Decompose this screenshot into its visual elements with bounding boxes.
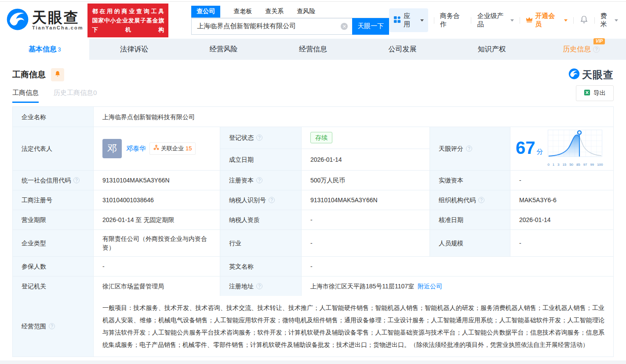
- notifications-bell[interactable]: [579, 15, 589, 25]
- search-tab-1[interactable]: 查公司: [191, 6, 220, 18]
- field-label: 参保人数: [13, 257, 94, 276]
- table-row: 登记机关徐汇区市场监督管理局注册地址?上海市徐汇区天平路185号11层1107室…: [13, 277, 613, 296]
- field-label: 登记机关: [13, 277, 94, 296]
- nav-tab[interactable]: 基本信息3: [0, 39, 89, 60]
- divider: [520, 17, 520, 24]
- field-value: -: [510, 230, 613, 256]
- business-info-table: 企业名称 上海临界点创新智能科技有限公司 法定代表人 邓 邓泰华 关联企业 15: [12, 106, 614, 357]
- score-unit: 分: [537, 148, 543, 155]
- enterprise-products-menu[interactable]: 企业级产品: [477, 12, 514, 29]
- nav-tab-label-wrap: 知识产权: [478, 45, 506, 54]
- search-area: 查公司查老板查关系查风险 ✕ 天眼一下: [191, 6, 389, 35]
- nav-tab-label-wrap: 经营信息: [299, 45, 327, 54]
- tianyancha-logo-icon: [568, 68, 580, 81]
- nav-tab-count: 3: [58, 47, 61, 53]
- field-value-text: MAK5A3Y6-6: [519, 196, 557, 204]
- tianyancha-logo-icon: [6, 8, 29, 33]
- field-value: 有限责任公司（外商投资企业与内资合资）: [94, 230, 220, 256]
- search-tab-3[interactable]: 查关系: [265, 7, 284, 18]
- help-icon[interactable]: ?: [269, 197, 275, 203]
- field-value-text: 310104001038646: [102, 196, 154, 204]
- info-grid-rows: 统一社会信用代码?91310104MAK5A3Y66N注册资本?500万人民币实…: [13, 171, 613, 296]
- nav-tab-label-wrap: 法律诉讼: [120, 45, 148, 54]
- help-icon[interactable]: ?: [466, 146, 472, 152]
- divider: [434, 17, 434, 24]
- help-icon[interactable]: ?: [49, 323, 55, 329]
- legal-rep-link[interactable]: 邓泰华: [126, 144, 146, 153]
- user-menu[interactable]: 费米: [601, 12, 618, 29]
- help-icon[interactable]: ?: [256, 135, 262, 141]
- field-label: 统一社会信用代码?: [13, 171, 94, 190]
- site-header: 天眼查 TianYanCha.com 都在用的商业查询工具 国家中小企业发展子基…: [0, 2, 626, 39]
- field-value: -: [302, 230, 430, 256]
- search-tab-2[interactable]: 查老板: [233, 7, 252, 18]
- field-value-text: 500万人民币: [310, 176, 345, 185]
- search-input[interactable]: [191, 18, 352, 35]
- axis-tick-label: 15: [562, 160, 566, 169]
- field-label: 天眼评分?: [430, 127, 510, 170]
- subtab-business-info[interactable]: 工商信息: [12, 89, 39, 103]
- field-value: -: [302, 210, 430, 229]
- search-tab-4[interactable]: 查风险: [297, 7, 315, 18]
- field-label: 英文名称: [220, 257, 302, 276]
- field-label: 注册资本?: [220, 171, 302, 190]
- promo-banner-line2: 国家中小企业发展子基金旗下机构: [92, 16, 164, 34]
- help-icon[interactable]: ?: [73, 177, 80, 183]
- search-button[interactable]: 天眼一下: [352, 18, 389, 35]
- axis-tick-label: 0: [548, 160, 550, 169]
- field-value-text: 上海市徐汇区天平路185号11层1107室: [310, 282, 414, 291]
- nav-tab[interactable]: 经营风险: [179, 39, 268, 60]
- field-label: 工商注册号: [13, 190, 94, 210]
- table-row: 统一社会信用代码?91310104MAK5A3Y66N注册资本?500万人民币实…: [13, 171, 613, 190]
- business-cooperation-link[interactable]: 商务合作: [440, 12, 466, 29]
- clear-search-icon[interactable]: ✕: [341, 23, 348, 30]
- open-vip-menu[interactable]: 开通会员: [526, 12, 567, 29]
- help-icon[interactable]: ?: [256, 177, 262, 183]
- excel-icon: [584, 89, 590, 97]
- nav-tab[interactable]: 公司发展: [358, 39, 447, 60]
- help-icon[interactable]: ?: [256, 283, 262, 289]
- field-label-text: 营业期限: [22, 215, 46, 224]
- score-distribution-chart: 0131550859799100: [548, 130, 603, 169]
- nav-tab-label: 经营信息: [299, 45, 327, 53]
- export-button[interactable]: 导出: [576, 85, 614, 101]
- nav-tab[interactable]: 知识产权: [447, 39, 536, 60]
- help-icon[interactable]: ?: [478, 197, 484, 203]
- related-companies-badge[interactable]: 关联企业 15: [149, 142, 196, 155]
- apps-menu[interactable]: 应用: [389, 8, 428, 32]
- nav-tab[interactable]: 历史信息VIP?: [537, 39, 626, 60]
- field-value-text: 91310104MAK5A3Y66N: [102, 176, 170, 185]
- divider: [573, 17, 574, 24]
- field-label-text: 工商注册号: [22, 196, 52, 204]
- field-label-text: 纳税人资质: [229, 215, 260, 224]
- field-label: 经营范围?: [13, 296, 94, 357]
- nav-tab[interactable]: 经营信息: [268, 39, 357, 60]
- avatar[interactable]: 邓: [102, 139, 122, 158]
- business-scope-row: 经营范围? 一般项目：技术服务、技术开发、技术咨询、技术交流、技术转让、技术推广…: [13, 296, 613, 357]
- subtab-history-business-info[interactable]: 历史工商信息0: [54, 89, 97, 103]
- divider: [594, 17, 595, 24]
- nearby-companies-link[interactable]: 附近公司: [418, 282, 442, 291]
- field-value: MAK5A3Y6-6: [510, 190, 613, 210]
- field-label: 行业: [220, 230, 302, 256]
- field-value-text: 2026-01-14: [519, 215, 551, 224]
- field-label: 法定代表人: [13, 127, 94, 170]
- nav-tab-label: 经营风险: [210, 45, 238, 53]
- field-label-text: 登记机关: [22, 282, 46, 291]
- main-nav: 基本信息3法律诉讼经营风险经营信息公司发展知识产权历史信息VIP?: [0, 39, 626, 60]
- site-logo[interactable]: 天眼查 TianYanCha.com: [6, 8, 83, 33]
- table-row: 营业期限2026-01-14 至 无固定期限纳税人资质-核准日期2026-01-…: [13, 210, 613, 230]
- field-value: 2026-01-14 至 无固定期限: [94, 210, 220, 229]
- field-value: -: [302, 257, 613, 276]
- nav-tab[interactable]: 法律诉讼: [89, 39, 178, 60]
- chevron-down-icon: [510, 19, 514, 23]
- monitor-bell-button[interactable]: [51, 68, 64, 81]
- chevron-down-icon: [564, 19, 568, 23]
- promo-banner: 都在用的商业查询工具 国家中小企业发展子基金旗下机构: [87, 4, 168, 37]
- help-icon[interactable]: ?: [593, 46, 600, 53]
- table-row: 参保人数-英文名称-: [13, 257, 613, 277]
- field-label: 实缴资本: [430, 171, 510, 190]
- field-label-text: 注册地址: [229, 282, 254, 291]
- tianyan-score-cell[interactable]: 67分: [510, 127, 613, 170]
- bell-icon: [579, 15, 589, 25]
